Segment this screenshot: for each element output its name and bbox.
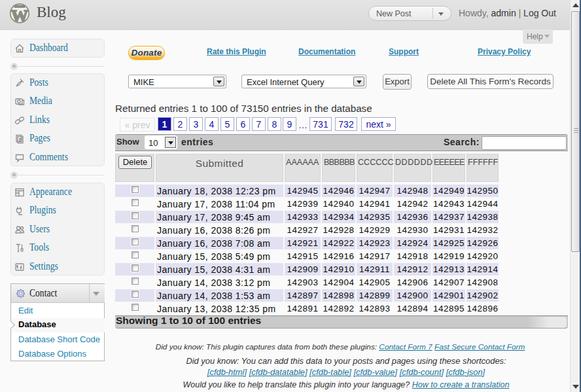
svg-text:W: W — [11, 7, 28, 26]
